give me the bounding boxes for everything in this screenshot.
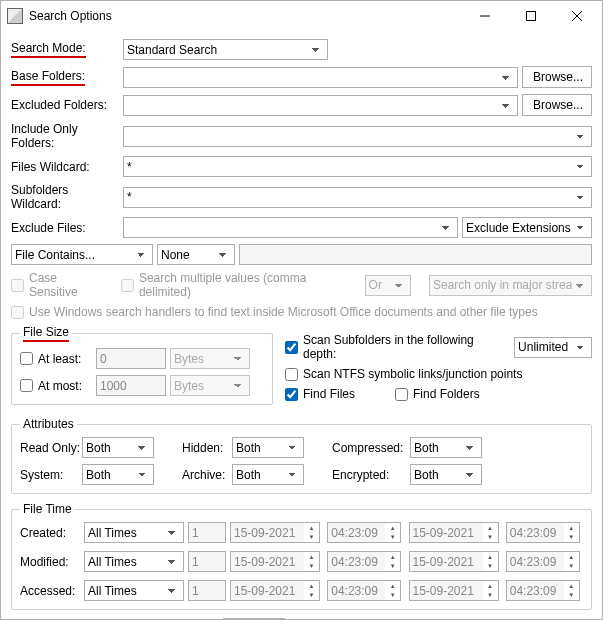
spinner-icon[interactable]: ▲▼ [304,551,320,572]
attributes-legend: Attributes [20,417,77,431]
spinner-icon[interactable]: ▲▼ [304,522,320,543]
modified-count[interactable] [188,551,226,572]
modified-date-to[interactable] [409,551,483,572]
find-files-check[interactable]: Find Files [285,387,355,401]
accessed-date-to[interactable] [409,580,483,601]
created-time-to[interactable] [506,522,564,543]
content-area: Search Mode: Standard Search Base Folder… [1,31,602,619]
spinner-icon[interactable]: ▲▼ [304,580,320,601]
at-most-unit[interactable]: Bytes [170,375,250,396]
search-multiple-check[interactable]: Search multiple values (comma delimited) [121,271,347,299]
created-label: Created: [20,526,80,540]
spinner-icon[interactable]: ▲▼ [385,551,401,572]
file-size-group: File Size At least: Bytes At most: Bytes [11,325,273,405]
find-folders-check[interactable]: Find Folders [395,387,480,401]
subfolders-wildcard-label: Subfolders Wildcard: [11,183,119,211]
excluded-folders-combo[interactable] [123,95,518,116]
svg-rect-1 [527,12,536,21]
search-mode-label: Search Mode: [11,41,86,58]
spinner-icon[interactable]: ▲▼ [385,580,401,601]
modified-label: Modified: [20,555,80,569]
subfolders-wildcard-combo[interactable]: * [123,187,592,208]
modified-time-from[interactable] [327,551,385,572]
encrypted-label: Encrypted: [332,468,410,482]
stop-after-count[interactable] [223,618,285,619]
spinner-icon[interactable]: ▲▼ [483,551,499,572]
include-only-combo[interactable] [123,126,592,147]
depth-select[interactable]: Unlimited [514,337,592,358]
accessed-date-from[interactable] [230,580,304,601]
base-folders-label: Base Folders: [11,69,85,86]
excluded-folders-label: Excluded Folders: [11,98,119,112]
read-only-select[interactable]: Both [82,437,154,458]
at-least-check[interactable]: At least: [20,352,92,366]
modified-mode[interactable]: All Times [84,551,184,572]
compressed-label: Compressed: [332,441,410,455]
titlebar: Search Options [1,1,602,31]
hidden-label: Hidden: [182,441,232,455]
accessed-label: Accessed: [20,584,80,598]
window-title: Search Options [29,9,462,23]
minimize-button[interactable] [462,1,508,31]
search-major-select[interactable]: Search only in major strea [429,275,592,296]
spinner-icon[interactable]: ▲▼ [564,580,580,601]
archive-label: Archive: [182,468,232,482]
accessed-count[interactable] [188,580,226,601]
accessed-time-to[interactable] [506,580,564,601]
created-mode[interactable]: All Times [84,522,184,543]
scan-subfolders-check[interactable]: Scan Subfolders in the following depth: [285,333,510,361]
spinner-icon[interactable]: ▲▼ [385,522,401,543]
base-folders-combo[interactable] [123,67,518,88]
accessed-time-from[interactable] [327,580,385,601]
file-contains-select[interactable]: File Contains... [11,244,153,265]
encrypted-select[interactable]: Both [410,464,482,485]
archive-select[interactable]: Both [232,464,304,485]
file-contains-mode-select[interactable]: None [157,244,235,265]
browse-base-button[interactable]: Browse... [522,66,592,88]
file-time-legend: File Time [20,502,75,516]
file-size-legend: File Size [23,325,69,342]
spinner-icon[interactable]: ▲▼ [564,522,580,543]
case-sensitive-check[interactable]: Case Sensitive [11,271,103,299]
created-time-from[interactable] [327,522,385,543]
compressed-select[interactable]: Both [410,437,482,458]
include-only-label: Include Only Folders: [11,122,119,150]
at-most-check[interactable]: At most: [20,379,92,393]
exclude-files-combo[interactable] [123,217,458,238]
close-button[interactable] [554,1,600,31]
read-only-label: Read Only: [20,441,82,455]
file-time-group: File Time Created: All Times ▲▼ ▲▼ ▲▼ ▲▼… [11,502,592,610]
files-wildcard-combo[interactable]: * [123,156,592,177]
created-count[interactable] [188,522,226,543]
files-wildcard-label: Files Wildcard: [11,160,119,174]
scan-ntfs-check[interactable]: Scan NTFS symbolic links/junction points [285,367,522,381]
app-icon [7,8,23,24]
exclude-ext-mode-select[interactable]: Exclude Extensions List [462,217,592,238]
at-least-value[interactable] [96,348,166,369]
file-contains-text[interactable] [239,244,592,265]
at-most-value[interactable] [96,375,166,396]
hidden-select[interactable]: Both [232,437,304,458]
modified-time-to[interactable] [506,551,564,572]
at-least-unit[interactable]: Bytes [170,348,250,369]
system-label: System: [20,468,82,482]
use-handlers-check[interactable]: Use Windows search handlers to find text… [11,305,538,319]
browse-excluded-button[interactable]: Browse... [522,94,592,116]
search-mode-select[interactable]: Standard Search [123,39,328,60]
exclude-files-label: Exclude Files: [11,221,119,235]
system-select[interactable]: Both [82,464,154,485]
spinner-icon[interactable]: ▲▼ [483,522,499,543]
accessed-mode[interactable]: All Times [84,580,184,601]
or-select[interactable]: Or [365,275,411,296]
modified-date-from[interactable] [230,551,304,572]
spinner-icon[interactable]: ▲▼ [483,580,499,601]
created-date-from[interactable] [230,522,304,543]
search-options-window: Search Options Search Mode: Standard Sea… [0,0,603,620]
maximize-button[interactable] [508,1,554,31]
spinner-icon[interactable]: ▲▼ [564,551,580,572]
created-date-to[interactable] [409,522,483,543]
attributes-group: Attributes Read Only: Both Hidden: Both … [11,417,592,494]
